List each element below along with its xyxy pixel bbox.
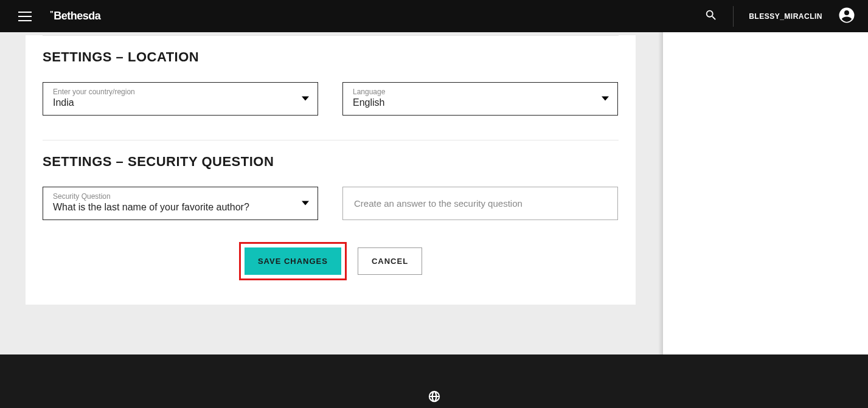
security-question-value: What is the last name of your favorite a… [53,202,249,212]
chevron-down-icon [302,198,309,209]
save-button[interactable]: SAVE CHANGES [245,247,341,275]
cancel-button[interactable]: CANCEL [358,247,422,275]
chevron-down-icon [602,94,609,105]
save-button-label: SAVE CHANGES [258,257,328,266]
brand-quote-mark: " [50,10,53,18]
username-label[interactable]: BLESSY_MIRACLIN [749,12,822,21]
search-icon[interactable] [704,9,718,24]
header-divider [733,6,734,27]
chevron-down-icon [302,94,309,105]
button-row: SAVE CHANGES CANCEL [43,242,619,280]
language-value: English [353,97,384,108]
page-body: SETTINGS – LOCATION Enter your country/r… [0,32,868,354]
content-column: SETTINGS – LOCATION Enter your country/r… [0,32,663,354]
country-label: Enter your country/region [53,88,293,96]
save-button-highlight: SAVE CHANGES [239,242,347,280]
section-divider [43,140,619,140]
settings-card: SETTINGS – LOCATION Enter your country/r… [26,35,636,305]
location-heading: SETTINGS – LOCATION [43,49,619,65]
language-select[interactable]: Language English [342,82,618,116]
security-answer-input[interactable] [342,187,618,220]
security-heading: SETTINGS – SECURITY QUESTION [43,154,619,170]
country-value: India [53,97,74,108]
brand-logo[interactable]: "Bethesda [50,10,100,22]
cancel-button-label: CANCEL [372,257,408,266]
app-header: "Bethesda BLESSY_MIRACLIN [0,0,868,32]
avatar-icon[interactable] [838,6,856,27]
country-select[interactable]: Enter your country/region India [43,82,318,116]
section-divider [43,35,619,36]
security-row: Security Question What is the last name … [43,187,619,220]
brand-text: Bethesda [54,10,100,22]
language-label: Language [353,88,593,96]
page-footer [0,354,868,408]
location-row: Enter your country/region India Language… [43,82,619,116]
side-panel [663,32,868,354]
menu-icon[interactable] [18,12,32,21]
security-question-select[interactable]: Security Question What is the last name … [43,187,318,220]
globe-icon[interactable] [428,390,441,406]
security-question-label: Security Question [53,192,293,201]
card-bottom-gap [26,305,636,344]
